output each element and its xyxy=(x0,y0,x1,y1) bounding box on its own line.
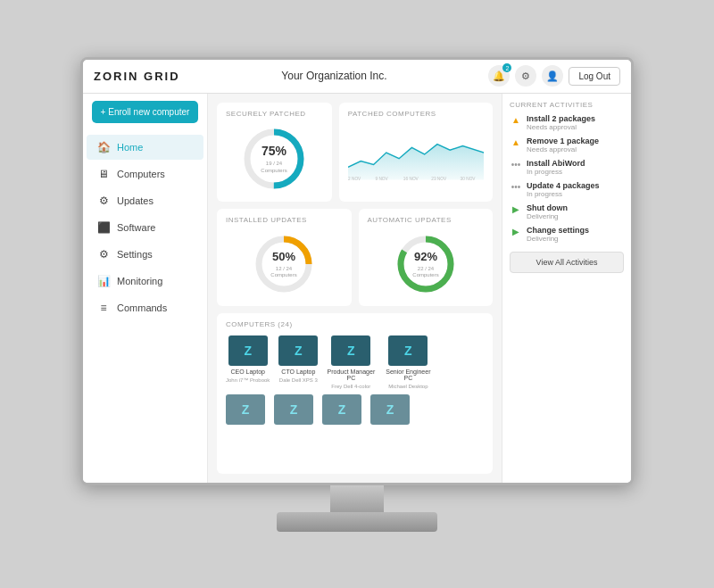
activity-title-4: Shut down xyxy=(527,203,568,212)
sidebar-item-home[interactable]: 🏠 Home xyxy=(87,135,203,160)
securely-patched-donut: 75% 19 / 24 Computers xyxy=(226,123,323,195)
profile-button[interactable]: 👤 xyxy=(542,65,563,87)
monitor-stand-base xyxy=(277,512,437,532)
computer-icon-7: Z xyxy=(370,394,410,425)
second-stats-row: INSTALLED UPDATES 50% 12 / 24 Computers xyxy=(217,209,493,306)
automatic-updates-label: AUTOMATIC UPDATES xyxy=(368,216,485,224)
delivering-icon-5: ▶ xyxy=(510,227,522,236)
computer-icon-0: Z xyxy=(228,335,268,366)
app-header: ZORIN GRID Your Organization Inc. 🔔 2 ⚙ … xyxy=(83,60,631,94)
activity-title-0: Install 2 packages xyxy=(527,114,595,123)
activities-panel: CURRENT ACTIVITIES ▲ Install 2 packages … xyxy=(502,94,631,483)
activity-item-4: ▶ Shut down Delivering xyxy=(510,203,624,220)
updates-icon: ⚙ xyxy=(97,195,110,207)
computer-icon-4: Z xyxy=(226,394,265,425)
activity-status-0: Needs approval xyxy=(527,123,595,131)
computer-sub-1: Dale Dell XPS 3 xyxy=(279,377,318,383)
computer-item-7[interactable]: Z xyxy=(370,394,410,425)
computer-sub-0: John i7™ Probook xyxy=(226,377,270,383)
activity-item-3: ••• Update 4 packages In progress xyxy=(510,181,624,198)
warning-icon-1: ▲ xyxy=(510,137,522,147)
activity-item-0: ▲ Install 2 packages Needs approval xyxy=(510,114,624,131)
securely-patched-card: SECURELY PATCHED 75% 19 / 24 Computers xyxy=(217,103,332,202)
person-icon: 👤 xyxy=(546,70,559,82)
computer-icon-5: Z xyxy=(274,394,313,425)
activity-status-5: Delivering xyxy=(527,235,589,243)
computer-name-2: Product Manager PC xyxy=(327,369,375,381)
computer-icon-1: Z xyxy=(278,335,318,366)
header-actions: 🔔 2 ⚙ 👤 Log Out xyxy=(488,65,620,87)
home-icon: 🏠 xyxy=(97,141,110,153)
donut-svg-installed: 50% 12 / 24 Computers xyxy=(249,229,319,299)
svg-text:9 NOV: 9 NOV xyxy=(375,176,388,180)
sidebar-item-updates[interactable]: ⚙ Updates xyxy=(87,188,203,213)
sidebar-item-settings[interactable]: ⚙ Settings xyxy=(87,242,203,267)
automatic-updates-card: AUTOMATIC UPDATES 92% 22 / 24 Computers xyxy=(359,209,494,306)
computers-section: COMPUTERS (24) Z CEO Laptop John i7™ Pro… xyxy=(217,313,493,474)
settings-button[interactable]: ⚙ xyxy=(515,65,536,87)
donut-svg-patched: 75% 19 / 24 Computers xyxy=(238,123,310,195)
computer-item-4[interactable]: Z xyxy=(226,394,265,425)
sidebar: + Enroll new computer 🏠 Home 🖥 Computers… xyxy=(83,94,208,483)
notifications-button[interactable]: 🔔 2 xyxy=(488,65,510,87)
app-body: + Enroll new computer 🏠 Home 🖥 Computers… xyxy=(83,94,631,483)
monitor-stand-neck xyxy=(330,485,384,512)
view-all-activities-button[interactable]: View All Activities xyxy=(510,252,624,273)
activity-item-2: ••• Install AbiWord In progress xyxy=(510,159,624,176)
monitoring-icon: 📊 xyxy=(97,275,110,287)
monitor-wrapper: ZORIN GRID Your Organization Inc. 🔔 2 ⚙ … xyxy=(80,57,634,532)
logout-button[interactable]: Log Out xyxy=(569,67,620,86)
sidebar-item-commands[interactable]: ≡ Commands xyxy=(87,295,203,320)
computers-grid: Z CEO Laptop John i7™ Probook Z CTO Lapt… xyxy=(226,335,484,389)
software-icon: ⬛ xyxy=(97,221,110,234)
activity-text-3: Update 4 packages In progress xyxy=(527,181,600,198)
automatic-updates-donut: 92% 22 / 24 Computers xyxy=(368,229,485,299)
installed-updates-label: INSTALLED UPDATES xyxy=(226,216,343,224)
settings-icon: ⚙ xyxy=(97,248,110,261)
svg-text:19 / 24: 19 / 24 xyxy=(266,161,283,166)
computer-item-6[interactable]: Z xyxy=(322,394,361,425)
computer-name-1: CTO Laptop xyxy=(281,369,315,375)
warning-icon-0: ▲ xyxy=(510,115,522,125)
gear-icon: ⚙ xyxy=(521,70,530,82)
activity-text-0: Install 2 packages Needs approval xyxy=(527,114,595,131)
activity-item-1: ▲ Remove 1 package Needs approval xyxy=(510,137,624,153)
computer-item-0[interactable]: Z CEO Laptop John i7™ Probook xyxy=(226,335,270,389)
progress-icon-2: ••• xyxy=(510,160,522,170)
svg-text:23 NOV: 23 NOV xyxy=(431,176,447,180)
activity-text-5: Change settings Delivering xyxy=(527,226,589,243)
activity-text-2: Install AbiWord In progress xyxy=(527,159,585,176)
computer-item-5[interactable]: Z xyxy=(274,394,313,425)
activity-status-1: Needs approval xyxy=(527,145,599,153)
commands-icon: ≡ xyxy=(97,302,110,314)
patched-computers-label: PATCHED COMPUTERS xyxy=(348,110,484,118)
computer-item-1[interactable]: Z CTO Laptop Dale Dell XPS 3 xyxy=(278,335,318,389)
svg-text:16 NOV: 16 NOV xyxy=(403,176,419,180)
computer-sub-3: Michael Desktop xyxy=(388,384,428,389)
top-stats-row: SECURELY PATCHED 75% 19 / 24 Computers xyxy=(217,103,493,202)
svg-text:Computers: Computers xyxy=(262,168,287,173)
svg-text:50%: 50% xyxy=(272,250,295,263)
activity-status-4: Delivering xyxy=(527,212,568,220)
computer-name-3: Senior Engineer PC xyxy=(384,369,432,381)
installed-updates-card: INSTALLED UPDATES 50% 12 / 24 Computers xyxy=(217,209,352,306)
activity-title-1: Remove 1 package xyxy=(527,137,599,145)
donut-svg-automatic: 92% 22 / 24 Computers xyxy=(391,229,461,299)
activity-title-2: Install AbiWord xyxy=(527,159,585,168)
enroll-button[interactable]: + Enroll new computer xyxy=(92,101,198,123)
svg-text:2 NOV: 2 NOV xyxy=(348,176,361,180)
svg-text:Computers: Computers xyxy=(412,272,438,277)
svg-text:75%: 75% xyxy=(262,144,287,158)
computer-icon-3: Z xyxy=(388,335,428,366)
svg-text:Computers: Computers xyxy=(271,272,297,277)
sidebar-item-computers[interactable]: 🖥 Computers xyxy=(87,161,203,186)
sidebar-item-software[interactable]: ⬛ Software xyxy=(87,215,203,240)
sidebar-item-monitoring[interactable]: 📊 Monitoring xyxy=(87,269,203,294)
computer-icon-6: Z xyxy=(322,394,361,425)
computer-item-2[interactable]: Z Product Manager PC Frey Dell 4-color xyxy=(327,335,375,389)
computer-item-3[interactable]: Z Senior Engineer PC Michael Desktop xyxy=(384,335,432,389)
svg-text:12 / 24: 12 / 24 xyxy=(276,266,293,271)
activity-text-1: Remove 1 package Needs approval xyxy=(527,137,599,153)
main-content: SECURELY PATCHED 75% 19 / 24 Computers xyxy=(208,94,502,483)
computer-icon-2: Z xyxy=(331,335,370,366)
